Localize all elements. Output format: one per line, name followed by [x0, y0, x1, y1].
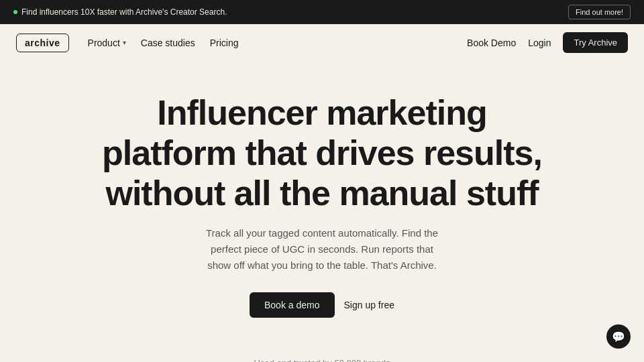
- nav-left: archive Product ▾ Case studies Pricing: [16, 34, 239, 52]
- hero-buttons: Book a demo Sign up free: [13, 292, 631, 318]
- nav-product[interactable]: Product ▾: [88, 38, 126, 48]
- announcement-text: Find influencers 10X faster with Archive…: [13, 7, 227, 17]
- trusted-section: Used and trusted by 50,000 brands D\WTR …: [0, 358, 644, 362]
- find-out-button[interactable]: Find out more!: [568, 5, 631, 19]
- main-nav: archive Product ▾ Case studies Pricing B…: [0, 24, 644, 61]
- status-dot: [13, 10, 17, 14]
- announcement-message: Find influencers 10X faster with Archive…: [21, 7, 227, 17]
- announcement-bar: Find influencers 10X faster with Archive…: [0, 0, 644, 24]
- try-archive-button[interactable]: Try Archive: [563, 32, 628, 53]
- hero-section: Influencer marketing platform that drive…: [0, 61, 644, 339]
- nav-right: Book Demo Login Try Archive: [467, 32, 628, 53]
- trusted-label: Used and trusted by 50,000 brands: [0, 358, 644, 362]
- logo[interactable]: archive: [16, 34, 69, 52]
- book-demo-link[interactable]: Book Demo: [467, 38, 516, 48]
- book-demo-button[interactable]: Book a demo: [250, 292, 335, 318]
- login-link[interactable]: Login: [528, 38, 551, 48]
- nav-links: Product ▾ Case studies Pricing: [88, 38, 239, 48]
- chat-icon: 💬: [612, 330, 625, 343]
- nav-pricing[interactable]: Pricing: [210, 38, 239, 48]
- chevron-down-icon: ▾: [123, 39, 126, 46]
- sign-up-link[interactable]: Sign up free: [344, 300, 395, 310]
- nav-case-studies[interactable]: Case studies: [141, 38, 195, 48]
- hero-title: Influencer marketing platform that drive…: [94, 93, 550, 213]
- chat-bubble-button[interactable]: 💬: [606, 324, 631, 349]
- hero-subtitle: Track all your tagged content automatica…: [201, 225, 443, 274]
